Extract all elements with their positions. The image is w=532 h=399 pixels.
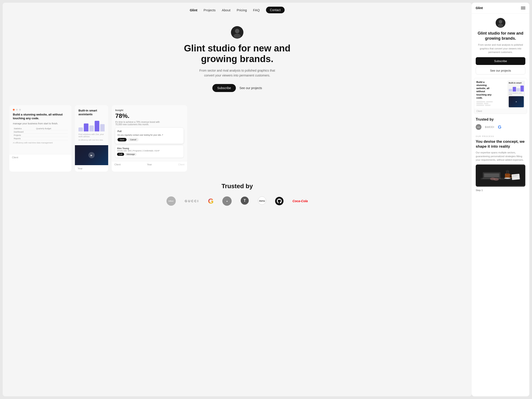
dot-gray-2 (19, 109, 21, 111)
mobile-topbar: Glint (472, 3, 529, 13)
mobile-projects-button[interactable]: See our projects (476, 67, 525, 75)
card-1-title: Build a stunning website, all without to… (13, 113, 68, 120)
message-btn[interactable]: Message (125, 153, 137, 156)
card-3-label: Insight (115, 109, 184, 112)
card-2-eff: AI efficiency with real time data (78, 139, 105, 141)
preview-dark-img: ▶ (509, 96, 524, 107)
dot-orange (13, 109, 15, 111)
subscribe-button[interactable]: Subscribe (212, 84, 236, 92)
mobile-subscribe-button[interactable]: Subscribe (476, 57, 525, 65)
process-image (476, 165, 525, 187)
preview-find-text: Find solutions your work. (509, 92, 524, 95)
nav-link-about[interactable]: About (222, 8, 231, 12)
hamburger-line-1 (521, 7, 525, 7)
call-buttons: Call Message (117, 153, 182, 156)
mobile-hero-desc: From sector and rival analysis to polish… (476, 43, 525, 54)
card-2-client: Year (78, 167, 82, 170)
card-1-client: Client (12, 156, 18, 159)
svg-point-9 (498, 24, 503, 27)
mobile-hero: Glint studio for new and growing brands.… (472, 13, 529, 78)
svg-rect-20 (512, 174, 520, 180)
card-2-chart (78, 118, 105, 132)
svg-point-24 (494, 178, 499, 181)
mobile-avatar (496, 18, 505, 28)
hero-section: Glint studio for new and growing brands.… (3, 17, 472, 99)
process-label: OUR PROCESS (476, 135, 525, 137)
preview-img-text: ▶ (516, 101, 517, 103)
preview-side-title: Built-in smart (509, 82, 524, 84)
project-card-3[interactable]: Insight 78%. It's time to achieve a 78% … (112, 105, 187, 171)
nav-brand: Glint (190, 8, 197, 12)
hamburger-line-2 (521, 8, 525, 8)
card-2-find: Find solutions with Zoe, your work advis… (78, 133, 105, 138)
card-3-percent: 78%. (115, 112, 184, 120)
card-2-video[interactable]: ▶ (75, 145, 108, 165)
projects-strip: Build a stunning website, all without to… (3, 99, 472, 174)
svg-point-1 (235, 29, 239, 33)
svg-point-8 (499, 20, 502, 24)
logo-google: G (208, 197, 214, 205)
nav-link-faq[interactable]: FAQ (253, 8, 260, 12)
logo-switch: ● (222, 196, 232, 206)
card-3-client2: Client (178, 163, 184, 166)
call-btn[interactable]: Call (117, 153, 124, 156)
preview-mini-chart (509, 85, 524, 92)
card-3-inner: Insight 78%. It's time to achieve a 78% … (112, 105, 187, 161)
card-3-year: Year (147, 163, 152, 166)
modal-question: Do you regularly contact user testing fo… (117, 134, 181, 136)
hero-title: Glint studio for new and growing brands. (180, 43, 295, 64)
process-title: You devise the concept, we shape it into… (476, 139, 525, 149)
card-1-footer: Client (9, 154, 71, 160)
see-projects-button[interactable]: See our projects (239, 86, 262, 90)
mobile-trusted: Trusted by Uber GUCCI G (472, 114, 529, 132)
project-card-1[interactable]: Build a stunning website, all without to… (9, 105, 71, 171)
mobile-hero-title: Glint studio for new and growing brands. (476, 31, 525, 41)
hero-subtitle: From sector and rival analysis to polish… (195, 68, 279, 78)
nav-link-projects[interactable]: Projects (203, 8, 215, 12)
trusted-logos: Uber GUCCI G ● T PEPSI (12, 196, 463, 206)
uber-circle: Uber (166, 196, 176, 206)
mobile-gucci-logo: GUCCI (485, 126, 494, 128)
nav-link-pricing[interactable]: Pricing (237, 8, 247, 12)
mobile-google-logo: G (498, 125, 501, 130)
hero-buttons: Subscribe See our projects (12, 84, 463, 92)
logo-coca-cola: Coca-Cola (292, 199, 308, 203)
modal-cancel-btn[interactable]: Cancel (128, 138, 139, 141)
project-card-2[interactable]: Built-in smart assistants Find solutions… (75, 105, 108, 171)
caller-name: Alex Young (117, 147, 182, 150)
dot-gray-1 (16, 109, 18, 111)
logo-pepsi: PEPSI (258, 196, 266, 206)
svg-point-19 (504, 177, 511, 179)
svg-point-2 (234, 34, 241, 38)
modal-save-btn[interactable]: Save (117, 138, 127, 141)
mobile-uber-logo: Uber (476, 124, 481, 130)
logo-tesla: T (241, 196, 249, 206)
card-2-footer: Year (75, 165, 108, 171)
mobile-preview-card: Build a stunning website, all without to… (474, 78, 527, 114)
modal-buttons: Save Cancel (117, 138, 181, 141)
step-label: Step 1 (476, 189, 525, 191)
play-button[interactable]: ▶ (89, 152, 95, 158)
preview-side-card: Built-in smart Find solutions your work.… (507, 81, 525, 109)
mobile-panel: Glint Glint studio for new and growing b… (472, 3, 529, 396)
switch-circle: ● (222, 196, 232, 206)
main-panel: Glint Projects About Pricing FAQ Contact… (3, 3, 472, 396)
hamburger-menu[interactable] (521, 7, 525, 9)
mobile-brand: Glint (476, 6, 483, 10)
hamburger-line-3 (521, 9, 525, 9)
hero-avatar (231, 26, 243, 38)
modal-title: Poll (117, 130, 181, 133)
trusted-title: Trusted by (12, 183, 463, 190)
preview-title: Build a stunning website, all without to… (476, 81, 494, 100)
mobile-trusted-title: Trusted by (476, 117, 525, 121)
card-3-modal: Poll Do you regularly contact user testi… (115, 128, 184, 144)
nav-contact-button[interactable]: Contact (266, 7, 285, 13)
process-desc: Our expertise spans multiple sectors, gu… (476, 151, 525, 162)
call-card: Alex Young Hourly rate: $90 | Programs |… (115, 146, 184, 158)
svg-text:T: T (244, 199, 246, 202)
card-3-client: Client (114, 163, 120, 166)
card-1-inner: Build a stunning website, all without to… (9, 105, 71, 154)
mobile-process: OUR PROCESS You devise the concept, we s… (472, 132, 529, 195)
card-1-table: StatisticsQuarterly Budget Dashboard Pro… (13, 127, 68, 140)
card-2-inner: Built-in smart assistants Find solutions… (75, 105, 108, 145)
